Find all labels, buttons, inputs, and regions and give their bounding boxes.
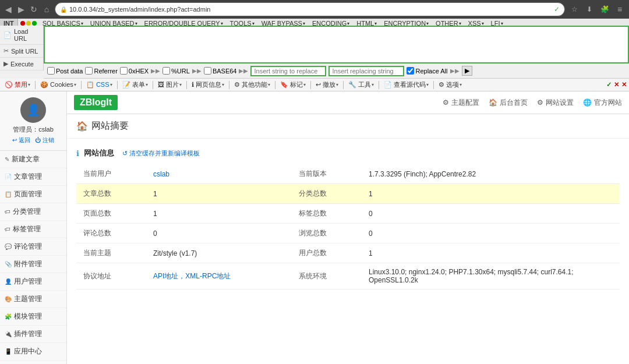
value-sys-env: Linux3.10.0; nginx1.24.0; PHP7.1.30x64; … xyxy=(362,263,620,289)
replace-all-check[interactable] xyxy=(407,67,414,75)
split-url-button[interactable]: ✂ Split URL xyxy=(0,45,43,58)
hex-checkbox[interactable]: 0xHEX xyxy=(120,67,149,75)
replace-bar: Post data Referrer 0xHEX ▶▶ %URL ▶▶ BASE… xyxy=(44,63,629,79)
new-article-label: 新建文章 xyxy=(12,154,40,164)
sidebar-item-attachment-manage[interactable]: 📎 附件管理 xyxy=(0,256,66,273)
sep3 xyxy=(117,81,118,89)
menu-button[interactable]: ≡ xyxy=(614,3,626,15)
ok-status: ✓ xyxy=(606,81,612,89)
sep7 xyxy=(275,81,275,89)
topnav-official-site[interactable]: 🌐 官方网站 xyxy=(583,98,622,108)
value-current-theme: Zit/style (v1.7) xyxy=(146,243,292,263)
label-current-theme: 当前主题 xyxy=(76,243,146,263)
other-functions-item[interactable]: ⚙ 其他功能▾ xyxy=(232,80,273,90)
app-icon: 📱 xyxy=(5,348,12,355)
hex-check[interactable] xyxy=(120,67,128,75)
sidebar-item-comment-manage[interactable]: 💬 评论管理 xyxy=(0,238,66,256)
load-url-icon: 📄 xyxy=(3,31,12,39)
view-source-item[interactable]: 📄 查看源代码▾ xyxy=(381,80,431,90)
url-text: 10.0.0.34/zb_system/admin/index.php?act=… xyxy=(69,6,554,13)
replacing-string-input[interactable] xyxy=(328,66,404,76)
username-label: 管理员：cslab xyxy=(13,125,54,134)
download-button[interactable]: ⬇ xyxy=(584,3,595,15)
user-label: 用户管理 xyxy=(14,277,42,287)
value-protocol-url[interactable]: API地址，XML-RPC地址 xyxy=(146,263,292,289)
insert-string-input[interactable] xyxy=(250,66,326,76)
referrer-label: Referrer xyxy=(94,68,117,75)
attachment-icon: 📎 xyxy=(5,261,12,267)
table-row: 协议地址 API地址，XML-RPC地址 系统环境 Linux3.10.0; n… xyxy=(76,263,620,289)
table-row: 当前用户 cslab 当前版本 1.7.3.3295 (Finch); AppC… xyxy=(76,164,620,184)
images-item[interactable]: 🖼 图片▾ xyxy=(156,80,184,90)
load-url-button[interactable]: 📄 Load URL xyxy=(0,26,43,45)
sidebar-item-tag-manage[interactable]: 🏷 标签管理 xyxy=(0,221,66,238)
options-item[interactable]: ⚙ 选项▾ xyxy=(436,80,464,90)
lock-icon: 🔒 xyxy=(60,6,67,13)
table-row: 评论总数 0 浏览总数 0 xyxy=(76,224,620,243)
forward-button[interactable]: ▶ xyxy=(16,5,26,14)
post-data-checkbox[interactable]: Post data xyxy=(47,67,83,75)
new-article-icon: ✎ xyxy=(5,156,9,162)
label-article-count: 文章总数 xyxy=(76,184,146,204)
sidebar-item-page-manage[interactable]: 📋 页面管理 xyxy=(0,186,66,203)
sep1 xyxy=(35,81,36,89)
url-textarea[interactable] xyxy=(45,27,628,62)
sidebar-item-app-center[interactable]: 📱 应用中心 xyxy=(0,343,66,361)
page-info-item[interactable]: ℹ 网页信息▾ xyxy=(189,80,227,90)
cache-link[interactable]: ↺ 清空缓存并重新编译模板 xyxy=(122,149,200,158)
sidebar-item-module-manage[interactable]: 🧩 模块管理 xyxy=(0,308,66,326)
topnav-theme-config[interactable]: ⚙ 主题配置 xyxy=(443,98,479,108)
css-item[interactable]: 📋 CSS▾ xyxy=(84,80,115,89)
value-current-user[interactable]: cslab xyxy=(146,164,292,184)
comment-icon: 💬 xyxy=(5,243,12,250)
disable-item[interactable]: 🚫 禁用▾ xyxy=(2,80,33,90)
sep9 xyxy=(343,81,344,89)
label-current-user: 当前用户 xyxy=(76,164,146,184)
tools-item[interactable]: 🔧 工具▾ xyxy=(346,80,376,90)
forms-item[interactable]: 📝 表单▾ xyxy=(120,80,150,90)
go-button[interactable]: ▶ xyxy=(462,66,472,76)
referrer-check[interactable] xyxy=(85,67,93,75)
back-link[interactable]: ↩ 返回 xyxy=(12,136,30,144)
sidebar-item-new-article[interactable]: ✎ 新建文章 xyxy=(0,151,66,168)
theme-config-label: 主题配置 xyxy=(451,98,479,108)
site-settings-label: 网站设置 xyxy=(546,98,574,108)
percent-url-checkbox[interactable]: %URL xyxy=(162,67,190,75)
username-value: cslab xyxy=(38,126,54,133)
topnav-site-settings[interactable]: ⚙ 网站设置 xyxy=(537,98,574,108)
base64-checkbox[interactable]: BASE64 xyxy=(204,67,237,75)
table-row: 文章总数 1 分类总数 1 xyxy=(76,184,620,204)
split-url-label: Split URL xyxy=(11,48,38,55)
error-status: ✕ xyxy=(614,81,619,89)
post-data-check[interactable] xyxy=(47,67,55,75)
replace-all-checkbox[interactable]: Replace All xyxy=(407,67,447,75)
percent-url-check[interactable] xyxy=(162,67,170,75)
home-button[interactable]: ⌂ xyxy=(42,5,51,14)
admin-prefix: 管理员： xyxy=(13,126,38,133)
sidebar-item-user-manage[interactable]: 👤 用户管理 xyxy=(0,273,66,291)
execute-button[interactable]: ▶ Execute xyxy=(0,58,43,70)
page-manage-label: 页面管理 xyxy=(14,189,42,199)
reload-button[interactable]: ↻ xyxy=(29,5,38,14)
sidebar-item-theme-manage[interactable]: 🎨 主题管理 xyxy=(0,291,66,308)
sidebar-item-article-manage[interactable]: 📄 文章管理 xyxy=(0,168,66,186)
logout-link[interactable]: ⏻ 注销 xyxy=(35,136,54,144)
cookies-item[interactable]: 🍪 Cookies▾ xyxy=(38,80,79,89)
url-bar[interactable]: 🔒 10.0.0.34/zb_system/admin/index.php?ac… xyxy=(55,2,565,16)
topnav-admin-home[interactable]: 🏠 后台首页 xyxy=(489,98,528,108)
url-input-area[interactable] xyxy=(44,26,629,63)
sep11 xyxy=(433,81,434,89)
mark-item[interactable]: 🔖 标记▾ xyxy=(278,80,308,90)
sidebar-item-category-manage[interactable]: 🏷 分类管理 xyxy=(0,203,66,221)
undo-item[interactable]: ↩ 撤放▾ xyxy=(313,80,341,90)
extensions-button[interactable]: 🧩 xyxy=(599,3,610,15)
base64-check[interactable] xyxy=(204,67,211,75)
sidebar-item-plugin-manage[interactable]: 🔌 插件管理 xyxy=(0,326,66,343)
avatar-icon: 👤 xyxy=(26,103,41,117)
dot-yellow xyxy=(26,21,31,26)
referrer-checkbox[interactable]: Referrer xyxy=(85,67,117,75)
value-current-version: 1.7.3.3295 (Finch); AppCentre2.82 xyxy=(362,164,620,184)
main-content: 👤 管理员：cslab ↩ 返回 ⏻ 注销 ✎ 新建文章 📄 文章管理 📋 页面… xyxy=(0,91,629,364)
star-button[interactable]: ☆ xyxy=(568,3,580,15)
back-button[interactable]: ◀ xyxy=(3,5,13,14)
